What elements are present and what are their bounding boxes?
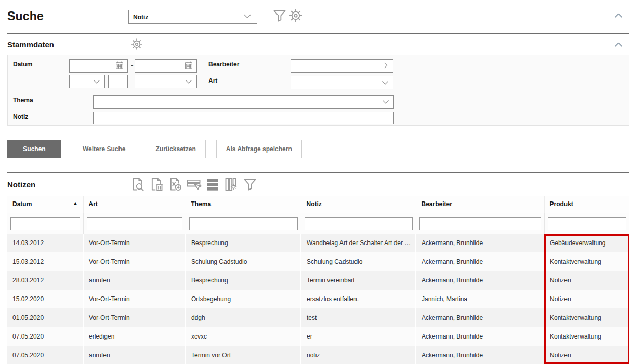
notizen-header: Notizen [7, 173, 629, 196]
zuruecksetzen-button[interactable]: Zurücksetzen [146, 140, 205, 158]
datum-label: Datum [13, 61, 32, 68]
cell-notiz: ersatzlos entfallen. [301, 290, 416, 308]
bearbeiter-field[interactable] [294, 62, 381, 70]
collapse-section-icon[interactable] [614, 41, 623, 50]
cell-datum: 07.05.2020 [7, 346, 83, 364]
gear-icon[interactable] [288, 8, 303, 25]
notizen-table: Datum▲ArtThemaNotizBearbeiterProdukt 14.… [7, 196, 629, 364]
cell-notiz: Schulung Cadstudio [301, 252, 416, 271]
cell-thema: Besprechung [186, 271, 301, 290]
cell-thema: Schulung Cadstudio [186, 252, 301, 271]
cell-notiz: notiz [301, 346, 416, 364]
cell-bearbeiter: Ackermann, Brunhilde [416, 234, 544, 252]
cell-produkt: Notizen [544, 290, 629, 308]
cell-thema: ddgh [186, 308, 301, 327]
column-header-notiz[interactable]: Notiz [301, 196, 416, 213]
thema-select[interactable] [93, 95, 394, 109]
filter-input-thema[interactable] [189, 217, 298, 230]
table-row[interactable]: 01.05.2020Vor-Ort-TerminddghtestAckerman… [7, 308, 629, 327]
weitere-suche-button[interactable]: Weitere Suche [73, 140, 135, 158]
filter-cell-thema [186, 213, 301, 234]
notiz-input[interactable] [93, 112, 394, 124]
filter-input-bearbeiter[interactable] [419, 217, 541, 230]
notizen-toolbar [130, 177, 258, 192]
filter-funnel-icon[interactable] [272, 8, 287, 25]
cell-produkt: Gebäudeverwaltung [544, 234, 629, 252]
table-row[interactable]: 07.05.2020erledigenxcvxcerAckermann, Bru… [7, 327, 629, 346]
column-header-thema[interactable]: Thema [186, 196, 301, 213]
filter-input-produkt[interactable] [548, 217, 627, 230]
stammdaten-title: Stammdaten [7, 40, 54, 49]
notizen-table-container: Datum▲ArtThemaNotizBearbeiterProdukt 14.… [7, 196, 629, 364]
date-unit-select[interactable] [69, 75, 105, 88]
delete-document-icon[interactable] [149, 177, 164, 192]
column-settings-icon[interactable] [223, 177, 239, 192]
table-row[interactable]: 15.03.2012Vor-Ort-TerminSchulung Cadstud… [7, 252, 629, 271]
art-label: Art [208, 77, 217, 85]
table-row[interactable]: 07.05.2020anrufenTermin vor OrtnotizAcke… [7, 346, 629, 364]
filter-input-notiz[interactable] [305, 217, 413, 230]
cell-produkt: Kontaktverwaltung [544, 252, 629, 271]
cell-notiz: er [301, 327, 416, 346]
collapse-section-icon[interactable] [614, 11, 623, 21]
table-header-row: Datum▲ArtThemaNotizBearbeiterProdukt [7, 196, 629, 213]
table-row[interactable]: 14.03.2012Vor-Ort-TerminBesprechungWandb… [7, 234, 629, 252]
notiz-field[interactable] [97, 114, 390, 122]
select-rows-icon[interactable] [186, 177, 202, 192]
filter-cell-bearbeiter [416, 213, 544, 234]
date-from-field[interactable] [73, 62, 115, 70]
date-period-select[interactable] [135, 75, 197, 88]
cell-thema: xcvxc [186, 327, 301, 346]
search-type-value: Notiz [133, 14, 242, 21]
cell-art: Vor-Ort-Termin [83, 234, 186, 252]
notizen-title: Notizen [7, 180, 35, 189]
cell-thema: Ortsbegehung [186, 290, 301, 308]
cell-datum: 28.03.2012 [7, 271, 83, 290]
chevron-right-icon[interactable] [381, 61, 390, 71]
date-to-input[interactable] [135, 59, 197, 73]
art-select[interactable] [291, 76, 393, 89]
filter-input-art[interactable] [87, 217, 182, 230]
notiz-label: Notiz [13, 113, 28, 120]
cell-bearbeiter: Jannich, Martina [416, 290, 544, 308]
export-document-icon[interactable] [167, 177, 183, 192]
cell-bearbeiter: Ackermann, Brunhilde [416, 252, 544, 271]
stammdaten-form: Datum - Bearbeiter [7, 55, 629, 126]
cell-datum: 15.03.2012 [7, 252, 83, 271]
suchen-button[interactable]: Suchen [7, 140, 61, 158]
date-count-field[interactable] [112, 78, 124, 85]
page-title: Suche [7, 9, 44, 23]
table-row[interactable]: 28.03.2012anrufenBesprechungTermin verei… [7, 271, 629, 290]
cell-notiz: Termin vereinbart [301, 271, 416, 290]
cell-art: erledigen [83, 327, 186, 346]
gear-icon[interactable] [130, 38, 143, 52]
cell-art: Vor-Ort-Termin [83, 290, 186, 308]
cell-datum: 14.03.2012 [7, 234, 83, 252]
calendar-icon[interactable] [184, 61, 193, 72]
calendar-icon[interactable] [115, 61, 124, 72]
preview-document-icon[interactable] [130, 177, 146, 192]
date-count-input[interactable] [108, 75, 128, 88]
cell-bearbeiter: Ackermann, Brunhilde [416, 271, 544, 290]
cell-art: anrufen [83, 271, 186, 290]
column-header-bearbeiter[interactable]: Bearbeiter [416, 196, 544, 213]
cell-bearbeiter: Ackermann, Brunhilde [416, 308, 544, 327]
als-abfrage-speichern-button[interactable]: Als Abfrage speichern [216, 140, 302, 158]
date-from-input[interactable] [69, 59, 128, 73]
bearbeiter-input[interactable] [291, 59, 393, 73]
table-filter-row [7, 213, 629, 234]
date-to-field[interactable] [138, 62, 184, 70]
table-row[interactable]: 15.02.2020Vor-Ort-TerminOrtsbegehungersa… [7, 290, 629, 308]
stammdaten-header: Stammdaten [7, 34, 629, 55]
search-page: Suche Notiz Stammdaten [0, 0, 632, 364]
cell-bearbeiter: Ackermann, Brunhilde [416, 346, 544, 364]
date-range-separator: - [131, 61, 133, 69]
filter-input-datum[interactable] [10, 217, 80, 230]
row-display-icon[interactable] [205, 177, 220, 192]
filter-funnel-icon[interactable] [242, 177, 258, 192]
cell-datum: 01.05.2020 [7, 308, 83, 327]
search-type-dropdown[interactable]: Notiz [128, 10, 257, 24]
column-header-datum[interactable]: Datum▲ [7, 196, 83, 213]
column-header-produkt[interactable]: Produkt [544, 196, 629, 213]
column-header-art[interactable]: Art [83, 196, 186, 213]
